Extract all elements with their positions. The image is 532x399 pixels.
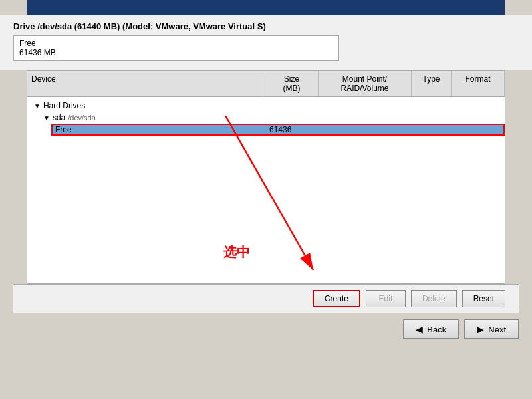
free-size-cell: 61436 xyxy=(265,124,319,136)
drive-free-box: Free 61436 MB xyxy=(13,35,339,61)
hard-drives-arrow: ▼ xyxy=(34,102,41,110)
back-label: Back xyxy=(427,325,446,334)
next-label: Next xyxy=(488,325,506,334)
hard-drives-label: Hard Drives xyxy=(43,101,85,110)
col-size: Size(MB) xyxy=(265,71,319,96)
table-header: Device Size(MB) Mount Point/RAID/Volume … xyxy=(27,71,505,97)
tree-area: ▼ Hard Drives ▼ sda /dev/sda Free 61436 … xyxy=(27,97,505,283)
create-button[interactable]: Create xyxy=(313,290,360,307)
edit-button[interactable]: Edit xyxy=(366,290,406,307)
drive-free-size: 61436 MB xyxy=(19,48,333,57)
next-button[interactable]: ▶ Next xyxy=(464,319,519,339)
drive-free-label: Free xyxy=(19,39,333,48)
back-icon: ◀ xyxy=(416,324,423,334)
sda-path: /dev/sda xyxy=(68,114,96,122)
free-type-cell xyxy=(412,124,452,136)
partition-section: Device Size(MB) Mount Point/RAID/Volume … xyxy=(27,70,505,284)
sda-group: ▼ sda /dev/sda xyxy=(27,112,505,124)
bottom-nav: ◀ Back ▶ Next xyxy=(0,313,532,346)
free-partition-row[interactable]: Free 61436 xyxy=(51,124,505,136)
next-icon: ▶ xyxy=(477,324,484,334)
col-type: Type xyxy=(412,71,452,96)
top-bar xyxy=(27,0,505,15)
col-device: Device xyxy=(27,71,265,96)
back-button[interactable]: ◀ Back xyxy=(403,319,459,339)
free-device-cell: Free xyxy=(51,124,265,136)
partition-table-container: Device Size(MB) Mount Point/RAID/Volume … xyxy=(13,70,519,313)
annotation-text: 选中 xyxy=(223,243,250,261)
action-buttons-bar: Create Edit Delete Reset xyxy=(13,284,519,313)
sda-label: sda xyxy=(53,113,65,122)
free-mount-cell xyxy=(319,124,412,136)
drive-info-section: Drive /dev/sda (61440 MB) (Model: VMware… xyxy=(0,15,532,70)
delete-button[interactable]: Delete xyxy=(411,290,457,307)
reset-button[interactable]: Reset xyxy=(462,290,505,307)
drive-title: Drive /dev/sda (61440 MB) (Model: VMware… xyxy=(13,21,519,31)
free-format-cell xyxy=(452,124,505,136)
sda-arrow: ▼ xyxy=(43,114,50,122)
col-mount: Mount Point/RAID/Volume xyxy=(319,71,412,96)
col-format: Format xyxy=(452,71,505,96)
hard-drives-group: ▼ Hard Drives xyxy=(27,100,505,112)
